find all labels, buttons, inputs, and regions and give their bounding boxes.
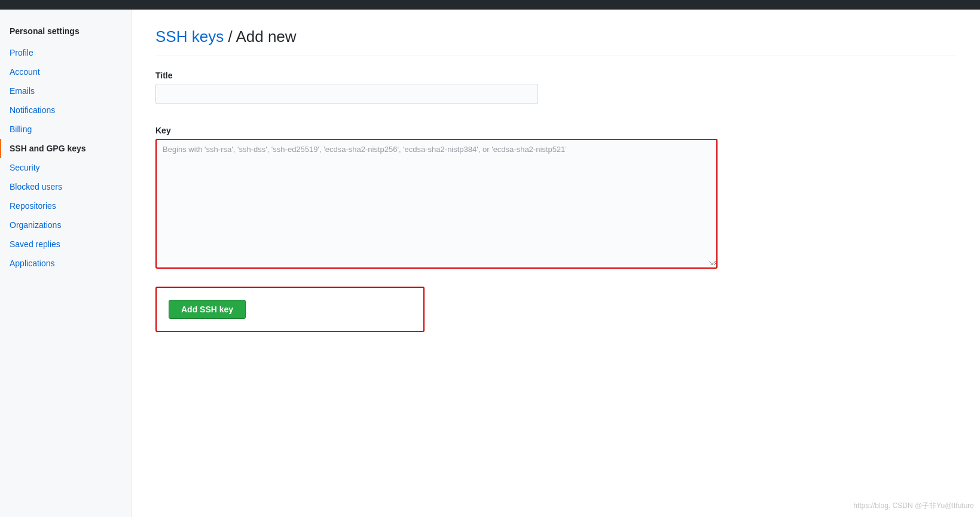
sidebar-link-emails[interactable]: Emails	[0, 81, 131, 101]
sidebar-item-ssh-gpg-keys[interactable]: SSH and GPG keys	[0, 139, 131, 158]
top-bar	[0, 0, 980, 10]
title-section: Title	[155, 71, 956, 104]
sidebar-link-organizations[interactable]: Organizations	[0, 215, 131, 235]
form-gap	[155, 116, 956, 126]
add-ssh-key-button[interactable]: Add SSH key	[169, 300, 246, 319]
breadcrumb-separator: /	[224, 28, 236, 45]
breadcrumb-link[interactable]: SSH keys	[155, 28, 224, 45]
sidebar-item-notifications[interactable]: Notifications	[0, 101, 131, 120]
main-content: SSH keys / Add new Title Key ↘ Add SSH k…	[132, 10, 980, 517]
button-section: Add SSH key	[155, 287, 425, 332]
page-heading: SSH keys / Add new	[155, 28, 956, 56]
sidebar-item-organizations[interactable]: Organizations	[0, 215, 131, 235]
sidebar-link-repositories[interactable]: Repositories	[0, 196, 131, 215]
sidebar-item-profile[interactable]: Profile	[0, 43, 131, 62]
sidebar-link-ssh-gpg-keys[interactable]: SSH and GPG keys	[1, 139, 131, 158]
sidebar-link-applications[interactable]: Applications	[0, 254, 131, 273]
sidebar-nav: Profile Account Emails Notifications Bil…	[0, 43, 131, 273]
sidebar-link-notifications[interactable]: Notifications	[0, 101, 131, 120]
sidebar-item-applications[interactable]: Applications	[0, 254, 131, 273]
sidebar-item-billing[interactable]: Billing	[0, 120, 131, 139]
sidebar-link-saved-replies[interactable]: Saved replies	[0, 235, 131, 254]
key-label: Key	[155, 126, 956, 135]
watermark: https://blog. CSDN @子非Yu@ltfuture	[853, 501, 974, 511]
sidebar-link-profile[interactable]: Profile	[0, 43, 131, 62]
key-section: Key ↘	[155, 126, 956, 269]
sidebar-item-emails[interactable]: Emails	[0, 81, 131, 101]
sidebar-item-account[interactable]: Account	[0, 62, 131, 81]
sidebar-item-security[interactable]: Security	[0, 158, 131, 177]
key-textarea-wrapper: ↘	[155, 139, 718, 269]
key-section-gap	[155, 281, 956, 287]
sidebar: Personal settings Profile Account Emails…	[0, 10, 132, 517]
key-textarea[interactable]	[157, 140, 716, 266]
title-label: Title	[155, 71, 956, 80]
sidebar-link-security[interactable]: Security	[0, 158, 131, 177]
breadcrumb-current: Add new	[236, 28, 296, 45]
sidebar-link-blocked-users[interactable]: Blocked users	[0, 177, 131, 196]
sidebar-title: Personal settings	[0, 22, 131, 43]
sidebar-item-blocked-users[interactable]: Blocked users	[0, 177, 131, 196]
sidebar-link-account[interactable]: Account	[0, 62, 131, 81]
sidebar-link-billing[interactable]: Billing	[0, 120, 131, 139]
title-input[interactable]	[155, 84, 538, 104]
sidebar-item-saved-replies[interactable]: Saved replies	[0, 235, 131, 254]
page-wrapper: Personal settings Profile Account Emails…	[0, 10, 980, 517]
sidebar-item-repositories[interactable]: Repositories	[0, 196, 131, 215]
